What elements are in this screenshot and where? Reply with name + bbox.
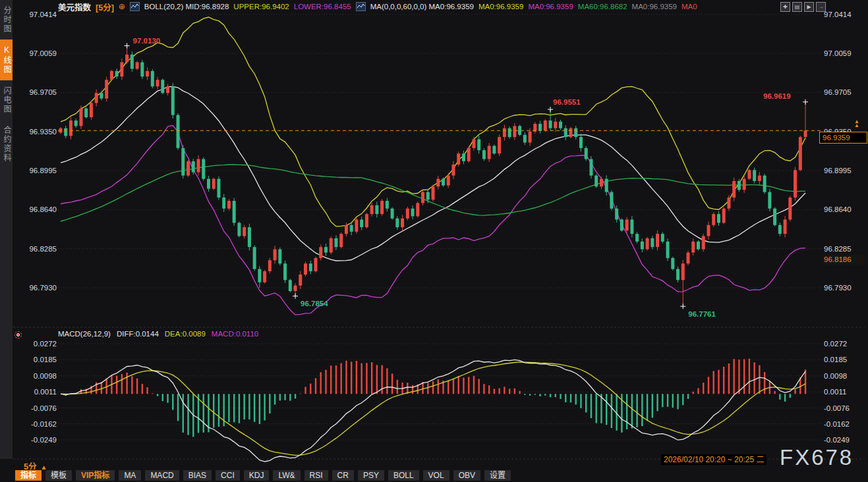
- macd-dea-value: DEA:0.0089: [165, 330, 206, 338]
- candle: [161, 80, 164, 93]
- candle: [784, 219, 787, 234]
- indicator-thumbnail-icon: [356, 2, 366, 11]
- candle: [84, 109, 88, 117]
- y-axis-label: 96.8995: [824, 167, 852, 174]
- candle: [79, 109, 82, 126]
- trading-app-window: 97.041497.041497.005997.005996.970596.97…: [0, 0, 868, 482]
- tab-MACD[interactable]: MACD: [144, 469, 179, 481]
- candle: [646, 238, 649, 250]
- candle: [656, 234, 659, 247]
- sidebar-item-分时图[interactable]: 分时图: [0, 0, 13, 40]
- layout-move-icon[interactable]: ✚: [780, 2, 790, 12]
- candlestick-chart-canvas[interactable]: 97.041497.041497.005997.005996.970596.97…: [0, 0, 868, 482]
- candle: [554, 122, 557, 128]
- candle: [523, 135, 527, 143]
- legend-item: MA0:96.9359: [478, 3, 523, 11]
- candle: [426, 192, 430, 200]
- indicator-cycle-icon[interactable]: [14, 331, 22, 338]
- y-axis-label: -0.0162: [824, 420, 850, 428]
- candle: [747, 170, 751, 178]
- tab-LW&[interactable]: LW&: [272, 469, 301, 481]
- candle: [585, 148, 588, 159]
- candle: [375, 205, 378, 214]
- candle: [477, 139, 480, 150]
- legend-item: MA60:96.8682: [578, 3, 627, 11]
- tab-PSY[interactable]: PSY: [357, 469, 385, 481]
- indicator-tabbar: 指标模板VIP指标MAMACDBIASCCIKDJLW&RSICRPSYBOLL…: [14, 469, 511, 481]
- autoplay-icon[interactable]: ▶: [804, 2, 814, 12]
- candle: [717, 214, 720, 223]
- candle: [451, 165, 455, 176]
- tab-MA[interactable]: MA: [118, 469, 142, 481]
- candle: [237, 223, 241, 236]
- candle: [564, 128, 567, 137]
- tab-模板[interactable]: 模板: [45, 469, 72, 481]
- candle: [594, 176, 598, 187]
- candle: [207, 179, 210, 189]
- pop-out-icon[interactable]: →: [816, 2, 826, 12]
- candle: [177, 115, 180, 148]
- legend-item: MA0:96.9359: [528, 3, 573, 11]
- candle: [799, 137, 802, 170]
- candle: [492, 146, 496, 153]
- candle: [498, 137, 501, 153]
- tab-设置[interactable]: 设置: [484, 469, 511, 481]
- tab-KDJ[interactable]: KDJ: [243, 469, 270, 481]
- candle: [600, 179, 603, 187]
- sidebar-item-K线图[interactable]: K线图: [0, 40, 13, 80]
- period-label[interactable]: [5分]: [96, 1, 114, 13]
- candle: [651, 238, 654, 247]
- tab-BOLL[interactable]: BOLL: [388, 469, 420, 481]
- candle: [263, 271, 266, 282]
- candle: [671, 258, 674, 269]
- candle: [559, 122, 562, 128]
- candle: [151, 71, 154, 86]
- candle: [253, 247, 256, 269]
- y-axis-label: 96.8285: [824, 245, 852, 253]
- tab-BIAS[interactable]: BIAS: [183, 469, 212, 481]
- reference-price-tag: 96.8186: [822, 255, 865, 265]
- tab-RSI[interactable]: RSI: [304, 469, 329, 481]
- candle: [212, 179, 216, 189]
- sidebar-item-合约资料[interactable]: 合约资料: [0, 120, 13, 169]
- candle: [773, 209, 776, 225]
- candle: [416, 203, 419, 216]
- candle: [691, 242, 695, 253]
- sidebar-item-闪电图[interactable]: 闪电图: [0, 80, 13, 120]
- candle: [436, 179, 440, 187]
- candle: [171, 86, 175, 115]
- circle-plus-icon[interactable]: ⊕: [119, 2, 125, 11]
- candle: [110, 71, 113, 80]
- fx678-watermark: FX678: [780, 445, 854, 470]
- candle: [95, 93, 98, 103]
- y-axis-label: 96.9705: [824, 88, 852, 96]
- candle: [707, 225, 710, 236]
- candle: [462, 153, 465, 161]
- candle: [100, 93, 103, 98]
- candle: [615, 209, 618, 220]
- candle: [447, 176, 450, 186]
- candle: [687, 253, 690, 264]
- tab-CR[interactable]: CR: [332, 469, 355, 481]
- axis-scale-icon[interactable]: ▤: [792, 2, 802, 12]
- candle: [732, 181, 736, 198]
- legend-item: MA0:96.9359: [632, 3, 677, 11]
- tab-VOL[interactable]: VOL: [422, 469, 450, 481]
- candle: [304, 263, 307, 275]
- candle: [610, 192, 613, 209]
- tab-CCI[interactable]: CCI: [215, 469, 241, 481]
- candle: [314, 258, 318, 271]
- candle: [283, 263, 287, 280]
- y-axis-label: 97.0059: [29, 49, 57, 57]
- tab-指标[interactable]: 指标: [14, 469, 42, 481]
- y-axis-label: -0.0249: [824, 436, 850, 444]
- candle: [605, 179, 608, 192]
- candle: [661, 234, 664, 242]
- tab-VIP指标[interactable]: VIP指标: [75, 469, 115, 481]
- candle: [136, 63, 139, 69]
- tab-OBV[interactable]: OBV: [453, 469, 481, 481]
- candle: [472, 139, 475, 147]
- y-axis-label: 96.9705: [29, 88, 57, 96]
- candle: [529, 132, 532, 143]
- candle: [330, 238, 333, 253]
